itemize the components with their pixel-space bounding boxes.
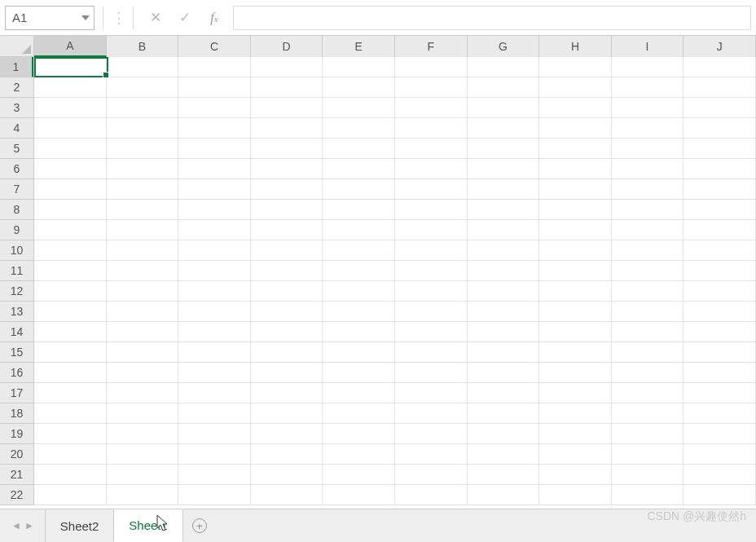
column-header[interactable]: G [468,36,540,57]
cell[interactable] [178,200,251,220]
row-header[interactable]: 20 [0,444,33,465]
cell[interactable] [178,403,251,424]
sheet-tab[interactable]: Sheet2 [45,509,115,542]
cell[interactable] [612,98,684,118]
cell[interactable] [612,322,684,342]
column-header[interactable]: D [251,36,323,57]
cell[interactable] [251,281,323,302]
cell[interactable] [107,98,179,118]
cell[interactable] [107,302,179,322]
cell[interactable] [251,200,323,220]
cell[interactable] [34,424,107,444]
row-header[interactable]: 3 [0,98,33,118]
cell[interactable] [107,179,179,200]
cell[interactable] [34,342,107,363]
cell[interactable] [178,485,251,505]
cell[interactable] [107,139,179,159]
cell[interactable] [395,403,468,424]
cell[interactable] [395,139,468,159]
cell[interactable] [323,159,395,179]
cell[interactable] [468,383,540,403]
cell[interactable] [683,261,756,281]
cell[interactable] [323,403,395,424]
vertical-dots-icon[interactable]: ⋮ [112,9,125,27]
cell[interactable] [107,77,179,98]
cell[interactable] [34,363,107,383]
cell[interactable] [683,118,756,139]
cell[interactable] [683,57,756,77]
row-header[interactable]: 10 [0,240,33,261]
cell[interactable] [251,77,323,98]
cell[interactable] [34,139,107,159]
cell[interactable] [107,465,179,485]
cell[interactable] [395,485,468,505]
cancel-icon[interactable]: ✕ [148,9,163,26]
cell[interactable] [612,342,684,363]
cell[interactable] [612,139,684,159]
cell[interactable] [539,363,612,383]
cell[interactable] [612,424,684,444]
cell[interactable] [34,322,107,342]
cell[interactable] [468,403,540,424]
cell[interactable] [539,200,612,220]
column-header[interactable]: B [107,36,179,57]
cell[interactable] [323,281,395,302]
cell[interactable] [395,220,468,240]
cell[interactable] [395,77,468,98]
fx-icon[interactable]: fx [207,11,222,25]
cell[interactable] [683,465,756,485]
cell[interactable] [539,159,612,179]
cell[interactable] [178,118,251,139]
cell[interactable] [323,363,395,383]
cell[interactable] [683,77,756,98]
cell[interactable] [323,465,395,485]
cell[interactable] [34,57,107,77]
cell[interactable] [34,118,107,139]
cell[interactable] [539,261,612,281]
cell[interactable] [323,302,395,322]
cell[interactable] [539,444,612,465]
cell[interactable] [251,424,323,444]
cell[interactable] [107,118,179,139]
cell[interactable] [34,302,107,322]
formula-input[interactable] [233,6,751,30]
cell[interactable] [323,261,395,281]
cell[interactable] [612,159,684,179]
cell[interactable] [107,322,179,342]
cell[interactable] [34,444,107,465]
row-header[interactable]: 22 [0,485,33,505]
cell[interactable] [178,383,251,403]
cell[interactable] [468,342,540,363]
cell[interactable] [468,363,540,383]
cell[interactable] [251,302,323,322]
cell[interactable] [34,220,107,240]
cell[interactable] [539,302,612,322]
cell[interactable] [468,485,540,505]
cell[interactable] [323,383,395,403]
column-header[interactable]: E [323,36,395,57]
cell[interactable] [323,200,395,220]
cell[interactable] [683,424,756,444]
row-header[interactable]: 21 [0,465,33,485]
cell[interactable] [612,383,684,403]
cell[interactable] [612,403,684,424]
cell[interactable] [683,302,756,322]
sheet-tab[interactable]: Sheet1 [113,509,183,542]
cell[interactable] [178,139,251,159]
cell[interactable] [251,444,323,465]
cell[interactable] [251,363,323,383]
cell[interactable] [323,139,395,159]
cell[interactable] [468,465,540,485]
cell[interactable] [107,200,179,220]
cell[interactable] [34,159,107,179]
cell[interactable] [107,261,179,281]
cell[interactable] [612,302,684,322]
cell[interactable] [683,383,756,403]
cell[interactable] [34,383,107,403]
cell[interactable] [612,200,684,220]
sheet-nav-next-icon[interactable]: ► [24,520,34,531]
name-box-dropdown-icon[interactable] [81,15,90,20]
cell[interactable] [178,322,251,342]
cell[interactable] [395,57,468,77]
cell[interactable] [683,444,756,465]
